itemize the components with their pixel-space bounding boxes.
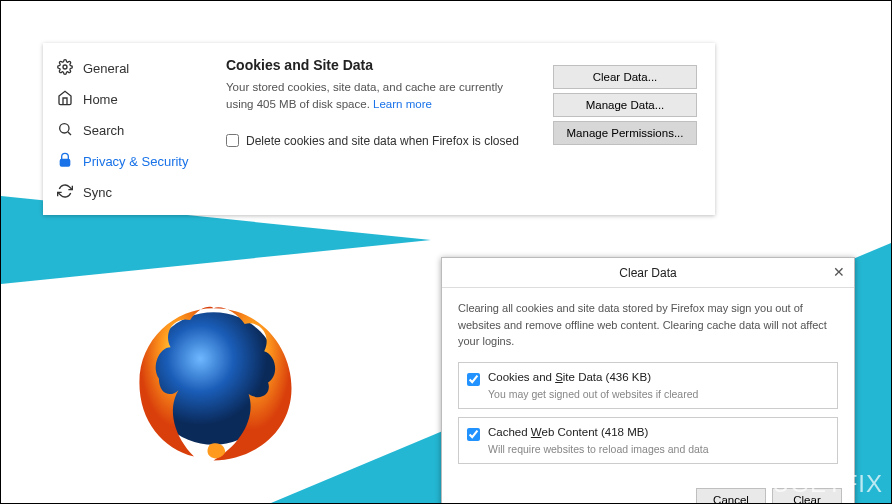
cookies-section: Cookies and Site Data Your stored cookie…	[208, 43, 715, 215]
firefox-logo	[116, 281, 311, 480]
close-icon[interactable]: ✕	[830, 264, 848, 282]
sidebar-item-search[interactable]: Search	[43, 115, 208, 146]
svg-rect-4	[60, 159, 69, 166]
clear-data-button[interactable]: Clear Data...	[553, 65, 697, 89]
option-cookies-site-data: Cookies and Site Data (436 KB) You may g…	[458, 362, 838, 409]
search-icon	[57, 121, 73, 140]
settings-sidebar: General Home Search Privacy & Security S…	[43, 43, 208, 215]
option-cookies-sub: You may get signed out of websites if cl…	[488, 388, 829, 400]
svg-line-3	[68, 132, 71, 135]
sidebar-item-privacy-security[interactable]: Privacy & Security	[43, 146, 208, 177]
svg-point-1	[63, 65, 67, 69]
option-cached-content: Cached Web Content (418 MB) Will require…	[458, 417, 838, 464]
option-cookies-label: Cookies and Site Data (436 KB)	[488, 371, 651, 383]
manage-permissions-button[interactable]: Manage Permissions...	[553, 121, 697, 145]
dialog-titlebar[interactable]: Clear Data ✕	[442, 258, 854, 288]
action-buttons: Clear Data... Manage Data... Manage Perm…	[553, 65, 697, 145]
dialog-title: Clear Data	[619, 266, 676, 280]
sidebar-item-label: Sync	[83, 185, 112, 200]
delete-cookies-checkbox[interactable]	[226, 134, 239, 147]
option-cache-row[interactable]: Cached Web Content (418 MB)	[467, 426, 829, 441]
cancel-button[interactable]: Cancel	[696, 488, 766, 505]
option-cache-label: Cached Web Content (418 MB)	[488, 426, 648, 438]
sidebar-item-sync[interactable]: Sync	[43, 177, 208, 208]
sidebar-item-general[interactable]: General	[43, 53, 208, 84]
sidebar-item-label: Home	[83, 92, 118, 107]
firefox-settings-panel: General Home Search Privacy & Security S…	[43, 43, 715, 215]
cache-checkbox[interactable]	[467, 428, 480, 441]
option-cache-sub: Will require websites to reload images a…	[488, 443, 829, 455]
cookies-checkbox[interactable]	[467, 373, 480, 386]
sidebar-item-label: Search	[83, 123, 124, 138]
dialog-body: Clearing all cookies and site data store…	[442, 288, 854, 480]
lock-icon	[57, 152, 73, 171]
sidebar-item-label: Privacy & Security	[83, 154, 188, 169]
sidebar-item-home[interactable]: Home	[43, 84, 208, 115]
learn-more-link[interactable]: Learn more	[373, 98, 432, 110]
dialog-description: Clearing all cookies and site data store…	[458, 300, 838, 350]
svg-point-2	[60, 124, 69, 133]
gear-icon	[57, 59, 73, 78]
checkbox-label: Delete cookies and site data when Firefo…	[246, 134, 519, 148]
clear-data-dialog: Clear Data ✕ Clearing all cookies and si…	[441, 257, 855, 504]
option-cookies-row[interactable]: Cookies and Site Data (436 KB)	[467, 371, 829, 386]
manage-data-button[interactable]: Manage Data...	[553, 93, 697, 117]
sidebar-item-label: General	[83, 61, 129, 76]
section-description: Your stored cookies, site data, and cach…	[226, 79, 526, 114]
sync-icon	[57, 183, 73, 202]
watermark: UGETFIX	[772, 470, 883, 498]
home-icon	[57, 90, 73, 109]
